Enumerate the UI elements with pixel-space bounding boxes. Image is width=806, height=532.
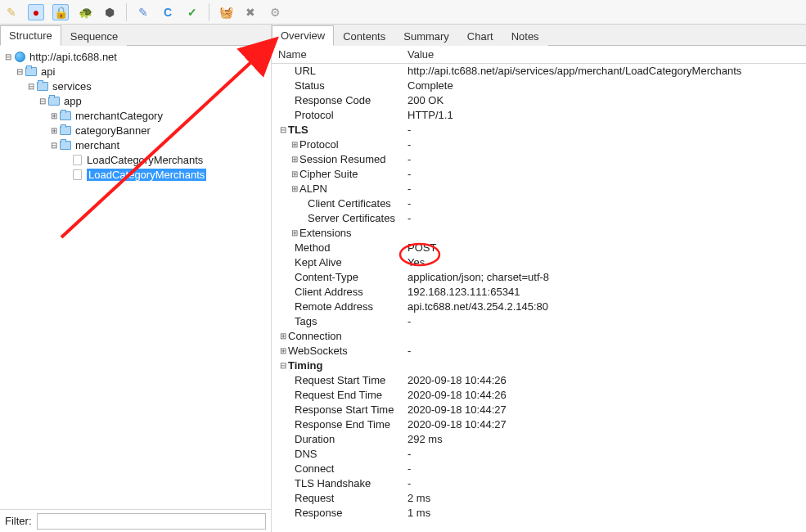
detail-value: POST bbox=[403, 241, 806, 255]
detail-row-group: ⊞WebSockets- bbox=[272, 344, 806, 358]
tab-contents[interactable]: Contents bbox=[334, 26, 394, 46]
detail-value: - bbox=[403, 447, 806, 462]
tab-structure[interactable]: Structure bbox=[0, 25, 61, 46]
tab-summary[interactable]: Summary bbox=[394, 26, 458, 46]
detail-row: Server Certificates- bbox=[272, 211, 806, 226]
tree-node-request-1[interactable]: LoadCategoryMerchants bbox=[2, 152, 269, 167]
tree-node-services[interactable]: ⊟ services bbox=[2, 79, 269, 93]
expand-icon[interactable]: ⊞ bbox=[49, 111, 59, 120]
detail-row: Remote Addressapi.tc688.net/43.254.2.145… bbox=[272, 300, 806, 314]
broom-icon[interactable]: ✎ bbox=[3, 4, 20, 20]
expand-icon[interactable]: ⊞ bbox=[278, 344, 288, 358]
file-icon bbox=[70, 169, 83, 180]
detail-header-value: Value bbox=[403, 48, 806, 61]
expand-icon[interactable]: ⊞ bbox=[290, 167, 299, 182]
tab-notes[interactable]: Notes bbox=[502, 26, 548, 46]
hexagon-icon[interactable]: ⬢ bbox=[101, 4, 118, 20]
filter-input[interactable] bbox=[37, 513, 267, 530]
collapse-icon[interactable]: ⊟ bbox=[38, 97, 47, 106]
detail-row: TLS Handshake- bbox=[272, 476, 806, 491]
detail-name: DNS bbox=[272, 447, 403, 462]
detail-row: Request Start Time2020-09-18 10:44:26 bbox=[272, 373, 806, 388]
tree-node-api[interactable]: ⊟ api bbox=[2, 64, 269, 79]
tree-label: merchant bbox=[75, 139, 119, 151]
detail-row: Response Code200 OK bbox=[272, 93, 806, 108]
tree-node-app[interactable]: ⊟ app bbox=[2, 93, 269, 108]
detail-row-group: ⊟Timing bbox=[272, 358, 806, 373]
gear-icon[interactable]: ⚙ bbox=[267, 4, 283, 20]
expand-icon[interactable]: ⊞ bbox=[290, 182, 299, 196]
detail-value: - bbox=[403, 138, 806, 152]
record-icon[interactable]: ● bbox=[28, 4, 44, 20]
tree-label-selected: LoadCategoryMerchants bbox=[87, 169, 206, 181]
detail-value: - bbox=[403, 344, 806, 358]
filter-row: Filter: bbox=[0, 509, 271, 532]
detail-name: Response bbox=[272, 506, 403, 521]
detail-value: 2020-09-18 10:44:27 bbox=[403, 403, 806, 417]
tree-node-host[interactable]: ⊟ http://api.tc688.net bbox=[2, 49, 269, 64]
right-tabs: Overview Contents Summary Chart Notes bbox=[272, 25, 806, 46]
expand-icon[interactable]: ⊞ bbox=[290, 138, 299, 152]
detail-row: Tags- bbox=[272, 314, 806, 329]
tab-chart[interactable]: Chart bbox=[458, 26, 502, 46]
tree-label: api bbox=[41, 65, 55, 78]
detail-value: Complete bbox=[403, 79, 806, 93]
detail-value: - bbox=[403, 476, 806, 491]
collapse-icon[interactable]: ⊟ bbox=[278, 123, 288, 138]
toolbar-separator bbox=[209, 3, 209, 21]
tree-node-request-2[interactable]: LoadCategoryMerchants bbox=[2, 167, 269, 182]
detail-value: HTTP/1.1 bbox=[403, 108, 806, 123]
detail-row: Response1 ms bbox=[272, 506, 806, 521]
detail-row: Request End Time2020-09-18 10:44:26 bbox=[272, 388, 806, 403]
basket-icon[interactable]: 🧺 bbox=[218, 4, 234, 20]
toolbar: ✎ ● 🔒 🐢 ⬢ ✎ C ✓ 🧺 ✖ ⚙ bbox=[0, 0, 806, 25]
collapse-icon[interactable]: ⊟ bbox=[26, 82, 36, 91]
detail-value: - bbox=[403, 182, 806, 196]
detail-name: Client Certificates bbox=[272, 196, 403, 211]
secure-lock-icon[interactable]: 🔒 bbox=[52, 4, 69, 20]
tree-label: categoryBanner bbox=[75, 124, 151, 137]
collapse-icon[interactable]: ⊟ bbox=[15, 67, 25, 76]
detail-value: Yes bbox=[403, 255, 806, 270]
right-panel: Overview Contents Summary Chart Notes Na… bbox=[272, 25, 806, 532]
detail-name: Request bbox=[272, 491, 403, 506]
expand-icon[interactable]: ⊞ bbox=[290, 152, 299, 167]
check-icon[interactable]: ✓ bbox=[184, 4, 200, 20]
request-tree[interactable]: ⊟ http://api.tc688.net ⊟ api ⊟ services … bbox=[0, 46, 271, 509]
tree-node-merchant-category[interactable]: ⊞ merchantCategory bbox=[2, 108, 269, 123]
collapse-icon[interactable]: ⊟ bbox=[278, 358, 288, 373]
refresh-icon[interactable]: C bbox=[160, 4, 176, 20]
expand-icon[interactable]: ⊞ bbox=[49, 126, 59, 135]
collapse-icon[interactable]: ⊟ bbox=[3, 52, 13, 61]
tab-overview[interactable]: Overview bbox=[272, 25, 334, 46]
detail-value: 192.168.123.111:65341 bbox=[403, 285, 806, 300]
tree-node-merchant[interactable]: ⊟ merchant bbox=[2, 138, 269, 152]
detail-value: - bbox=[403, 314, 806, 329]
detail-header-name: Name bbox=[272, 48, 403, 61]
collapse-icon[interactable]: ⊟ bbox=[49, 141, 59, 150]
detail-name: Response Code bbox=[272, 93, 403, 108]
detail-body[interactable]: URLhttp://api.tc688.net/api/services/app… bbox=[272, 64, 806, 532]
folder-icon bbox=[25, 65, 38, 77]
file-icon bbox=[70, 154, 83, 165]
tree-label: LoadCategoryMerchants bbox=[87, 154, 203, 166]
detail-row: ⊞ALPN- bbox=[272, 182, 806, 196]
expand-icon[interactable]: ⊞ bbox=[278, 329, 288, 344]
tree-node-category-banner[interactable]: ⊞ categoryBanner bbox=[2, 123, 269, 138]
detail-value: api.tc688.net/43.254.2.145:80 bbox=[403, 300, 806, 314]
pen-icon[interactable]: ✎ bbox=[135, 4, 151, 20]
detail-row: ⊞Session Resumed- bbox=[272, 152, 806, 167]
tree-label: services bbox=[52, 80, 92, 92]
toolbar-separator bbox=[126, 3, 127, 21]
detail-name: ⊞Cipher Suite bbox=[272, 167, 403, 182]
detail-name: Status bbox=[272, 79, 403, 93]
tools-icon[interactable]: ✖ bbox=[242, 4, 259, 20]
detail-row: URLhttp://api.tc688.net/api/services/app… bbox=[272, 64, 806, 79]
detail-name: Client Address bbox=[272, 285, 403, 300]
detail-name: ⊞WebSockets bbox=[272, 344, 403, 358]
tab-sequence[interactable]: Sequence bbox=[61, 26, 128, 46]
bug-icon[interactable]: 🐢 bbox=[77, 4, 93, 20]
expand-icon[interactable]: ⊞ bbox=[290, 226, 299, 241]
detail-row: DNS- bbox=[272, 447, 806, 462]
detail-row-group: ⊞Connection bbox=[272, 329, 806, 344]
